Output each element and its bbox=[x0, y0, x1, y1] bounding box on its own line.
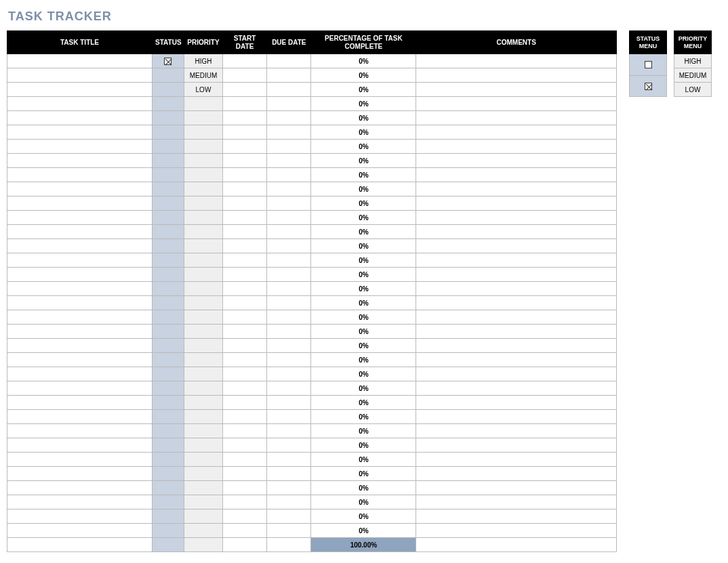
cell-priority[interactable] bbox=[184, 97, 222, 111]
cell-priority[interactable] bbox=[184, 410, 222, 424]
cell-percent-complete[interactable]: 0% bbox=[311, 325, 416, 339]
status-menu-item[interactable] bbox=[630, 75, 667, 97]
cell-priority[interactable] bbox=[184, 182, 222, 196]
cell-comments[interactable] bbox=[416, 196, 617, 211]
cell-status[interactable] bbox=[153, 154, 184, 168]
cell-priority[interactable] bbox=[184, 253, 222, 268]
cell-start-date[interactable] bbox=[223, 410, 267, 424]
cell-due-date[interactable] bbox=[267, 524, 311, 538]
cell-percent-complete[interactable]: 0% bbox=[311, 97, 416, 111]
cell-start-date[interactable] bbox=[223, 182, 267, 196]
cell-due-date[interactable] bbox=[267, 140, 311, 154]
cell-priority[interactable] bbox=[184, 438, 222, 453]
cell-task-title[interactable] bbox=[7, 481, 153, 495]
cell-priority[interactable] bbox=[184, 282, 222, 296]
cell-priority[interactable] bbox=[184, 211, 222, 225]
cell-comments[interactable] bbox=[416, 325, 617, 339]
cell-status[interactable] bbox=[153, 467, 184, 481]
cell-start-date[interactable] bbox=[223, 211, 267, 225]
cell-status[interactable] bbox=[153, 367, 184, 381]
cell-start-date[interactable] bbox=[223, 239, 267, 253]
cell-percent-complete[interactable]: 0% bbox=[311, 253, 416, 268]
cell-start-date[interactable] bbox=[223, 325, 267, 339]
cell-due-date[interactable] bbox=[267, 225, 311, 239]
cell-status[interactable] bbox=[153, 296, 184, 310]
cell-status[interactable] bbox=[153, 339, 184, 353]
cell-priority[interactable] bbox=[184, 310, 222, 325]
cell-percent-complete[interactable]: 0% bbox=[311, 495, 416, 509]
cell-status[interactable] bbox=[153, 381, 184, 396]
cell-percent-complete[interactable]: 0% bbox=[311, 196, 416, 211]
cell-status[interactable] bbox=[153, 268, 184, 282]
cell-percent-complete[interactable]: 0% bbox=[311, 381, 416, 396]
cell-priority[interactable] bbox=[184, 467, 222, 481]
cell-status[interactable] bbox=[153, 282, 184, 296]
cell-task-title[interactable] bbox=[7, 339, 153, 353]
priority-menu-item[interactable]: MEDIUM bbox=[674, 68, 712, 83]
cell-percent-complete[interactable]: 0% bbox=[311, 140, 416, 154]
cell-percent-complete[interactable]: 0% bbox=[311, 182, 416, 196]
cell-priority[interactable]: MEDIUM bbox=[184, 68, 222, 83]
cell-start-date[interactable] bbox=[223, 154, 267, 168]
cell-due-date[interactable] bbox=[267, 481, 311, 495]
cell-status[interactable] bbox=[153, 495, 184, 509]
cell-task-title[interactable] bbox=[7, 111, 153, 125]
cell-percent-complete[interactable]: 0% bbox=[311, 396, 416, 410]
cell-status[interactable] bbox=[153, 125, 184, 140]
cell-priority[interactable] bbox=[184, 453, 222, 467]
cell-task-title[interactable] bbox=[7, 211, 153, 225]
cell-comments[interactable] bbox=[416, 168, 617, 182]
cell-task-title[interactable] bbox=[7, 253, 153, 268]
cell-task-title[interactable] bbox=[7, 424, 153, 438]
cell-percent-complete[interactable]: 0% bbox=[311, 509, 416, 524]
cell-due-date[interactable] bbox=[267, 268, 311, 282]
cell-percent-complete[interactable]: 0% bbox=[311, 68, 416, 83]
cell-task-title[interactable] bbox=[7, 239, 153, 253]
cell-task-title[interactable] bbox=[7, 296, 153, 310]
cell-task-title[interactable] bbox=[7, 54, 153, 68]
cell-due-date[interactable] bbox=[267, 467, 311, 481]
cell-task-title[interactable] bbox=[7, 495, 153, 509]
cell-task-title[interactable] bbox=[7, 168, 153, 182]
cell-task-title[interactable] bbox=[7, 154, 153, 168]
cell-start-date[interactable] bbox=[223, 196, 267, 211]
cell-percent-complete[interactable]: 0% bbox=[311, 481, 416, 495]
cell-percent-complete[interactable]: 0% bbox=[311, 154, 416, 168]
cell-start-date[interactable] bbox=[223, 125, 267, 140]
cell-start-date[interactable] bbox=[223, 97, 267, 111]
cell-due-date[interactable] bbox=[267, 381, 311, 396]
checkbox-unchecked-icon[interactable] bbox=[645, 61, 652, 68]
cell-status[interactable] bbox=[153, 97, 184, 111]
cell-comments[interactable] bbox=[416, 495, 617, 509]
cell-percent-complete[interactable]: 0% bbox=[311, 467, 416, 481]
cell-status[interactable] bbox=[153, 524, 184, 538]
cell-comments[interactable] bbox=[416, 239, 617, 253]
cell-percent-complete[interactable]: 0% bbox=[311, 367, 416, 381]
cell-task-title[interactable] bbox=[7, 509, 153, 524]
cell-start-date[interactable] bbox=[223, 140, 267, 154]
cell-comments[interactable] bbox=[416, 481, 617, 495]
cell-percent-complete[interactable]: 0% bbox=[311, 54, 416, 68]
cell-start-date[interactable] bbox=[223, 296, 267, 310]
cell-due-date[interactable] bbox=[267, 253, 311, 268]
cell-status[interactable] bbox=[153, 509, 184, 524]
cell-start-date[interactable] bbox=[223, 168, 267, 182]
cell-due-date[interactable] bbox=[267, 54, 311, 68]
cell-due-date[interactable] bbox=[267, 168, 311, 182]
cell-due-date[interactable] bbox=[267, 196, 311, 211]
cell-comments[interactable] bbox=[416, 125, 617, 140]
cell-task-title[interactable] bbox=[7, 68, 153, 83]
cell-percent-complete[interactable]: 0% bbox=[311, 438, 416, 453]
cell-task-title[interactable] bbox=[7, 325, 153, 339]
cell-priority[interactable] bbox=[184, 481, 222, 495]
cell-status[interactable] bbox=[153, 410, 184, 424]
cell-percent-complete[interactable]: 0% bbox=[311, 310, 416, 325]
cell-percent-complete[interactable]: 0% bbox=[311, 211, 416, 225]
cell-comments[interactable] bbox=[416, 225, 617, 239]
cell-comments[interactable] bbox=[416, 154, 617, 168]
cell-status[interactable] bbox=[153, 182, 184, 196]
cell-task-title[interactable] bbox=[7, 83, 153, 97]
priority-menu-item[interactable]: HIGH bbox=[674, 54, 712, 68]
cell-priority[interactable] bbox=[184, 495, 222, 509]
cell-start-date[interactable] bbox=[223, 396, 267, 410]
